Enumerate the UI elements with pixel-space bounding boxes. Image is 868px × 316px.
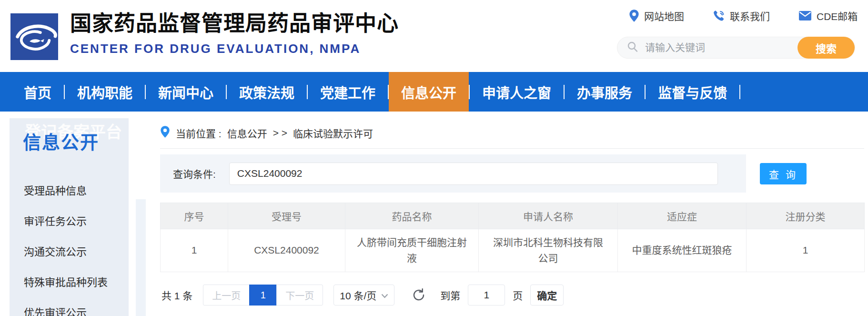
sitemap-label: 网站地图	[644, 9, 684, 23]
fish-swirl-icon	[10, 53, 58, 61]
chevron-down-icon	[381, 289, 388, 301]
column-header-registration-class: 注册分类	[747, 203, 865, 229]
phone-icon	[713, 10, 725, 22]
breadcrumb-current: 临床试验默示许可	[293, 126, 373, 140]
nav-item-functions[interactable]: 机构职能	[65, 72, 145, 112]
refresh-icon[interactable]	[412, 287, 427, 303]
current-page-button[interactable]: 1	[249, 285, 277, 306]
search-button[interactable]: 搜索	[797, 37, 855, 59]
main-nav: 首页 机构职能 新闻中心 政策法规 党建工作 信息公开 申请人之窗 办事服务 监…	[0, 72, 868, 112]
sidebar-title: 信息公开	[23, 133, 129, 152]
site-search-bar: 搜索	[617, 37, 855, 59]
nav-separator	[739, 85, 740, 99]
nav-item-policies[interactable]: 政策法规	[227, 72, 307, 112]
table-row: 1 CXSL2400092 人脐带间充质干细胞注射 液 深圳市北科生物科技有限 …	[161, 229, 865, 272]
contact-label: 联系我们	[730, 9, 770, 23]
nav-item-party[interactable]: 党建工作	[308, 72, 388, 112]
prev-page-button[interactable]: 上一页	[203, 285, 250, 306]
sidebar-item-accepted-products[interactable]: 受理品种信息	[10, 174, 129, 205]
sidebar-item-communication[interactable]: 沟通交流公示	[10, 235, 129, 266]
goto-page-unit: 页	[513, 288, 523, 302]
site-subtitle: CENTER FOR DRUG EVALUATION, NMPA	[70, 41, 399, 56]
query-panel: 查询条件:	[160, 154, 746, 193]
search-input[interactable]	[645, 42, 797, 53]
sitemap-link[interactable]: 网站地图	[629, 9, 684, 23]
pagination: 共 1 条 上一页 1 下一页 10 条/页 到第 页 确定	[160, 285, 864, 306]
next-page-button[interactable]: 下一页	[276, 285, 323, 306]
sidebar-item-review-tasks[interactable]: 审评任务公示	[10, 205, 129, 235]
breadcrumb-divider	[160, 148, 864, 149]
nav-item-applicant-window[interactable]: 申请人之窗	[470, 72, 564, 112]
sidebar-item-special-approval[interactable]: 特殊审批品种列表	[10, 266, 129, 296]
nav-item-news[interactable]: 新闻中心	[146, 72, 226, 112]
query-condition-input[interactable]	[229, 163, 718, 185]
table-header-row: 序号 受理号 药品名称 申请人名称 适应症 注册分类	[161, 203, 865, 229]
results-table: 序号 受理号 药品名称 申请人名称 适应症 注册分类 1 CXSL2400092…	[160, 203, 865, 272]
content-left-strip	[136, 199, 146, 316]
mailbox-label: CDE邮箱	[817, 9, 858, 23]
column-header-drug-name: 药品名称	[345, 203, 479, 229]
location-pin-icon	[160, 125, 170, 141]
main-content: 当前位置 : 信息公开 > > 临床试验默示许可 查询条件: 查 询 序号 受理…	[160, 117, 864, 306]
query-condition-label: 查询条件:	[173, 166, 216, 181]
page-size-value: 10 条/页	[340, 288, 376, 302]
nav-item-info-disclosure[interactable]: 信息公开	[389, 72, 469, 112]
goto-page-input[interactable]	[468, 285, 505, 306]
column-header-acceptance-no: 受理号	[228, 203, 345, 229]
cell-index: 1	[161, 229, 228, 272]
query-form: 查询条件: 查 询	[160, 154, 864, 193]
cell-acceptance-no: CXSL2400092	[228, 229, 345, 272]
breadcrumb: 当前位置 : 信息公开 > > 临床试验默示许可	[160, 125, 864, 141]
goto-page-label: 到第	[440, 288, 460, 302]
site-title: 国家药品监督管理局药品审评中心	[70, 6, 399, 37]
mail-icon	[798, 10, 812, 21]
map-pin-icon	[629, 9, 639, 22]
site-header: 国家药品监督管理局药品审评中心 CENTER FOR DRUG EVALUATI…	[0, 0, 868, 72]
header-quick-links: 网站地图 联系我们 CDE邮箱	[629, 9, 858, 23]
cde-logo	[10, 13, 58, 60]
nav-item-services[interactable]: 办事服务	[565, 72, 645, 112]
total-count-label: 共 1 条	[161, 288, 192, 302]
page-size-select[interactable]: 10 条/页	[333, 285, 394, 306]
cell-applicant: 深圳市北科生物科技有限 公司	[479, 229, 618, 272]
breadcrumb-location-label: 当前位置 :	[176, 126, 222, 140]
sidebar: 登记备案平台 信息公开 受理品种信息 审评任务公示 沟通交流公示 特殊审批品种列…	[10, 118, 129, 316]
search-icon	[617, 41, 638, 54]
column-header-index: 序号	[161, 203, 228, 229]
breadcrumb-section[interactable]: 信息公开	[227, 126, 267, 140]
query-button[interactable]: 查 询	[760, 163, 807, 184]
column-header-applicant: 申请人名称	[479, 203, 618, 229]
cell-drug-name: 人脐带间充质干细胞注射 液	[345, 229, 479, 272]
contact-link[interactable]: 联系我们	[713, 9, 770, 23]
column-header-indication: 适应症	[618, 203, 747, 229]
sidebar-item-priority-review[interactable]: 优先审评公示	[10, 296, 129, 316]
cell-registration-class: 1	[747, 229, 865, 272]
nav-item-home[interactable]: 首页	[11, 72, 64, 112]
breadcrumb-separator: > >	[273, 127, 287, 139]
confirm-button[interactable]: 确定	[530, 285, 564, 306]
page-buttons: 上一页 1 下一页	[203, 285, 323, 306]
nav-item-supervision[interactable]: 监督与反馈	[646, 72, 739, 112]
mailbox-link[interactable]: CDE邮箱	[798, 9, 858, 23]
cell-indication: 中重度系统性红斑狼疮	[618, 229, 747, 272]
